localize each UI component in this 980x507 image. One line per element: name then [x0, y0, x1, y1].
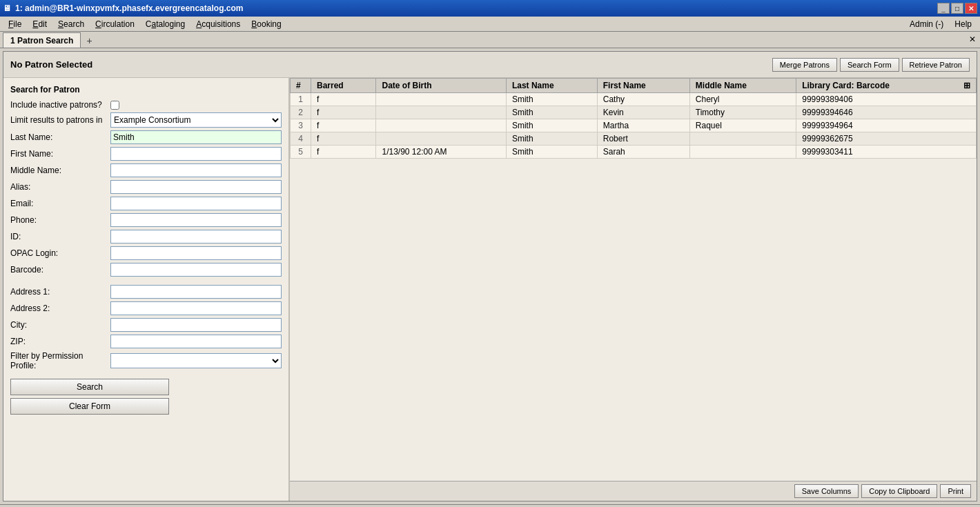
menu-search[interactable]: Search [52, 18, 90, 30]
header-bar: No Patron Selected Merge Patrons Search … [3, 52, 977, 78]
col-barred: Barred [311, 79, 376, 93]
id-input[interactable] [110, 230, 282, 243]
clear-form-button[interactable]: Clear Form [10, 398, 169, 415]
menu-admin[interactable]: Admin (-) [904, 18, 949, 30]
filter-profile-select[interactable] [110, 353, 282, 368]
address2-label: Address 2: [10, 304, 110, 313]
search-form-button[interactable]: Search Form [840, 58, 899, 72]
table-row[interactable]: 2 f Smith Kevin Timothy 99999394646 [291, 106, 977, 119]
results-table-container[interactable]: # Barred Date of Birth Last Name First N… [290, 78, 977, 481]
col-resize-icon: ⊞ [963, 81, 970, 90]
address1-label: Address 1: [10, 287, 110, 297]
col-last-name: Last Name [506, 79, 597, 93]
cell-last-name: Smith [506, 106, 597, 119]
close-button[interactable]: ✕ [965, 3, 977, 14]
cell-middle-name: Raquel [689, 119, 796, 132]
barcode-label: Barcode: [10, 265, 110, 275]
cell-last-name: Smith [506, 93, 597, 106]
middle-name-row: Middle Name: [10, 163, 282, 177]
cell-barcode: 99999362675 [796, 132, 977, 146]
last-name-label: Last Name: [10, 132, 110, 142]
cell-dob [376, 132, 506, 146]
title-bar-buttons[interactable]: _ □ ✕ [937, 3, 977, 14]
phone-input[interactable] [110, 213, 282, 227]
cell-num: 5 [291, 146, 311, 159]
menu-acquisitions[interactable]: Acquisitions [190, 18, 246, 30]
results-footer: Save Columns Copy to Clipboard Print [290, 481, 977, 501]
city-input[interactable] [110, 318, 282, 332]
filter-profile-label: Filter by Permission Profile: [10, 351, 110, 370]
content-area: Search for Patron Include inactive patro… [3, 78, 977, 501]
tab-bar: 1 Patron Search + ✕ [0, 32, 980, 48]
table-row[interactable]: 4 f Smith Robert 99999362675 [291, 132, 977, 146]
results-table: # Barred Date of Birth Last Name First N… [290, 78, 977, 159]
barcode-input[interactable] [110, 263, 282, 277]
results-header-row: # Barred Date of Birth Last Name First N… [291, 79, 977, 93]
minimize-button[interactable]: _ [937, 3, 950, 14]
table-row[interactable]: 5 f 1/13/90 12:00 AM Smith Sarah 9999930… [291, 146, 977, 159]
address2-input[interactable] [110, 301, 282, 315]
alias-input[interactable] [110, 180, 282, 194]
main-window: No Patron Selected Merge Patrons Search … [3, 51, 977, 501]
cell-middle-name: Timothy [689, 106, 796, 119]
menu-edit[interactable]: Edit [27, 18, 52, 30]
cell-first-name: Cathy [597, 93, 689, 106]
tab-add-button[interactable]: + [82, 34, 96, 48]
middle-name-input[interactable] [110, 163, 282, 177]
menu-file[interactable]: File [3, 18, 27, 30]
opac-login-label: OPAC Login: [10, 248, 110, 258]
cell-middle-name [689, 132, 796, 146]
first-name-label: First Name: [10, 149, 110, 159]
save-columns-button[interactable]: Save Columns [794, 484, 859, 498]
maximize-button[interactable]: □ [951, 3, 963, 14]
cell-barcode: 99999389406 [796, 93, 977, 106]
id-row: ID: [10, 230, 282, 243]
opac-login-row: OPAC Login: [10, 246, 282, 260]
col-num: # [291, 79, 311, 93]
cell-barcode: 99999394646 [796, 106, 977, 119]
city-label: City: [10, 320, 110, 330]
title-bar-text: 1: admin@BR1-winxpvmfx.phasefx.evergreen… [15, 3, 243, 13]
cell-dob [376, 106, 506, 119]
table-row[interactable]: 3 f Smith Martha Raquel 99999394964 [291, 119, 977, 132]
search-button[interactable]: Search [10, 379, 169, 395]
first-name-input[interactable] [110, 147, 282, 161]
limit-results-select[interactable]: Example Consortium [110, 112, 282, 128]
address2-row: Address 2: [10, 301, 282, 315]
cell-barcode: 99999303411 [796, 146, 977, 159]
email-input[interactable] [110, 197, 282, 210]
cell-barred: f [311, 93, 376, 106]
cell-first-name: Kevin [597, 106, 689, 119]
search-buttons: Search Clear Form [10, 379, 282, 415]
zip-label: ZIP: [10, 337, 110, 346]
email-label: Email: [10, 199, 110, 208]
menu-booking[interactable]: Booking [246, 18, 286, 30]
merge-patrons-button[interactable]: Merge Patrons [772, 58, 837, 72]
zip-row: ZIP: [10, 335, 282, 348]
print-button[interactable]: Print [940, 484, 971, 498]
include-inactive-checkbox[interactable] [110, 101, 119, 110]
window-close-icon[interactable]: ✕ [969, 34, 976, 44]
copy-clipboard-button[interactable]: Copy to Clipboard [861, 484, 937, 498]
menu-help[interactable]: Help [949, 18, 977, 30]
cell-first-name: Martha [597, 119, 689, 132]
tab-patron-search[interactable]: 1 Patron Search [3, 32, 81, 48]
opac-login-input[interactable] [110, 246, 282, 260]
col-barcode: Library Card: Barcode ⊞ [796, 79, 977, 93]
retrieve-patron-button[interactable]: Retrieve Patron [902, 58, 970, 72]
table-row[interactable]: 1 f Smith Cathy Cheryl 99999389406 [291, 93, 977, 106]
address1-input[interactable] [110, 285, 282, 299]
app-icon: 🖥 [3, 3, 11, 13]
status-bar [0, 504, 980, 507]
cell-barcode: 99999394964 [796, 119, 977, 132]
patron-status-title: No Patron Selected [10, 59, 92, 70]
zip-input[interactable] [110, 335, 282, 348]
menu-cataloging[interactable]: Cataloging [140, 18, 190, 30]
last-name-input[interactable] [110, 130, 282, 144]
address1-row: Address 1: [10, 285, 282, 299]
filter-profile-row: Filter by Permission Profile: [10, 351, 282, 370]
title-bar-left: 🖥 1: admin@BR1-winxpvmfx.phasefx.evergre… [3, 3, 243, 13]
menu-circulation[interactable]: Circulation [90, 18, 140, 30]
col-first-name: First Name [597, 79, 689, 93]
limit-results-row: Limit results to patrons in Example Cons… [10, 112, 282, 128]
